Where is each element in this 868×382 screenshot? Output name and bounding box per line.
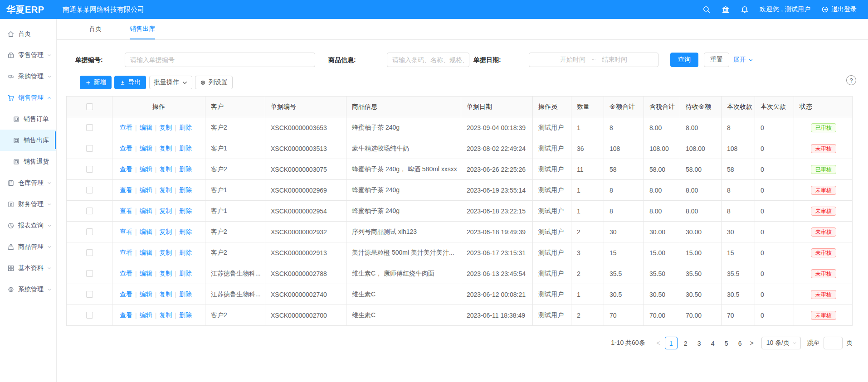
row-action-复制[interactable]: 复制 — [159, 124, 172, 132]
logout-button[interactable]: 退出登录 — [821, 5, 857, 14]
search-button[interactable]: 查询 — [670, 53, 698, 67]
column-header: 本次收款 — [722, 97, 755, 117]
row-action-删除[interactable]: 删除 — [179, 124, 192, 132]
row-action-删除[interactable]: 删除 — [179, 165, 192, 174]
row-action-编辑[interactable]: 编辑 — [140, 311, 152, 319]
row-checkbox[interactable] — [86, 124, 93, 131]
row-checkbox[interactable] — [86, 291, 93, 298]
sidebar-item-sales-outbound[interactable]: 销售出库 — [0, 130, 56, 151]
column-settings-button[interactable]: 列设置 — [195, 76, 233, 89]
bell-icon[interactable] — [741, 5, 749, 14]
row-action-查看[interactable]: 查看 — [120, 311, 132, 319]
row-checkbox[interactable] — [86, 249, 93, 256]
sidebar-item-retail[interactable]: 零售管理 — [0, 44, 56, 66]
sidebar-item-sales-return[interactable]: 销售退货 — [0, 151, 56, 172]
row-action-删除[interactable]: 删除 — [179, 311, 192, 319]
row-action-删除[interactable]: 删除 — [179, 249, 192, 257]
row-action-编辑[interactable]: 编辑 — [140, 165, 152, 174]
row-checkbox[interactable] — [86, 208, 93, 214]
row-action-复制[interactable]: 复制 — [159, 311, 172, 319]
page-number-6[interactable]: 6 — [735, 337, 746, 349]
money-icon — [7, 201, 15, 208]
sidebar-item-sales[interactable]: 销售管理 — [0, 87, 56, 108]
page-number-3[interactable]: 3 — [694, 337, 705, 349]
page-size-select[interactable]: 10 条/页 — [761, 337, 801, 349]
row-checkbox[interactable] — [86, 187, 93, 193]
row-action-查看[interactable]: 查看 — [120, 186, 132, 194]
product-info-input[interactable] — [387, 53, 469, 67]
table-cell: 测试用户 — [533, 222, 571, 242]
sidebar-item-purchase[interactable]: 采购管理 — [0, 66, 56, 87]
row-action-编辑[interactable]: 编辑 — [140, 249, 152, 257]
row-checkbox[interactable] — [86, 166, 93, 173]
tab-home[interactable]: 首页 — [89, 19, 102, 39]
row-action-复制[interactable]: 复制 — [159, 207, 172, 215]
row-action-查看[interactable]: 查看 — [120, 145, 132, 153]
row-checkbox[interactable] — [86, 228, 93, 235]
date-separator: ~ — [592, 56, 595, 63]
row-action-删除[interactable]: 删除 — [179, 186, 192, 194]
row-action-查看[interactable]: 查看 — [120, 249, 132, 257]
row-checkbox[interactable] — [86, 145, 93, 152]
row-action-编辑[interactable]: 编辑 — [140, 290, 152, 299]
row-action-复制[interactable]: 复制 — [159, 270, 172, 278]
add-button[interactable]: 新增 — [80, 76, 112, 89]
sidebar-item-basic-data[interactable]: 基本资料 — [0, 257, 56, 279]
search-icon[interactable] — [702, 5, 711, 14]
row-action-查看[interactable]: 查看 — [120, 165, 132, 174]
next-page-button[interactable]: > — [747, 339, 757, 347]
table-cell: 30.00 — [680, 222, 722, 242]
sidebar-item-reports[interactable]: 报表查询 — [0, 215, 56, 236]
row-action-复制[interactable]: 复制 — [159, 228, 172, 236]
select-all-checkbox[interactable] — [86, 103, 93, 110]
row-action-复制[interactable]: 复制 — [159, 249, 172, 257]
page-number-4[interactable]: 4 — [707, 337, 718, 349]
sidebar-item-sales-order[interactable]: 销售订单 — [0, 108, 56, 130]
batch-actions-button[interactable]: 批量操作 — [149, 76, 192, 89]
row-action-编辑[interactable]: 编辑 — [140, 207, 152, 215]
bill-no-input[interactable] — [125, 53, 315, 67]
row-checkbox[interactable] — [86, 312, 93, 319]
row-action-编辑[interactable]: 编辑 — [140, 124, 152, 132]
row-action-删除[interactable]: 删除 — [179, 290, 192, 299]
tab-sales-outbound[interactable]: 销售出库 — [130, 19, 155, 39]
date-range-input[interactable]: 开始时间 ~ 结束时间 — [529, 53, 658, 67]
reset-button[interactable]: 重置 — [704, 53, 729, 67]
row-checkbox[interactable] — [86, 270, 93, 277]
sidebar-item-products[interactable]: 商品管理 — [0, 236, 56, 257]
row-action-查看[interactable]: 查看 — [120, 270, 132, 278]
row-action-复制[interactable]: 复制 — [159, 186, 172, 194]
row-action-复制[interactable]: 复制 — [159, 290, 172, 299]
row-action-查看[interactable]: 查看 — [120, 207, 132, 215]
row-action-查看[interactable]: 查看 — [120, 124, 132, 132]
sidebar-item-system[interactable]: 系统管理 — [0, 279, 56, 300]
sidebar-item-label: 系统管理 — [18, 285, 44, 294]
row-action-编辑[interactable]: 编辑 — [140, 228, 152, 236]
row-action-编辑[interactable]: 编辑 — [140, 145, 152, 153]
row-action-删除[interactable]: 删除 — [179, 207, 192, 215]
row-action-删除[interactable]: 删除 — [179, 228, 192, 236]
sidebar-item-home[interactable]: 首页 — [0, 23, 56, 44]
page-number-1[interactable]: 1 — [665, 337, 678, 349]
row-action-编辑[interactable]: 编辑 — [140, 270, 152, 278]
prev-page-button[interactable]: < — [653, 339, 663, 347]
row-actions-cell: 查看|编辑|复制|删除 — [112, 222, 205, 242]
sidebar-item-finance[interactable]: 财务管理 — [0, 193, 56, 215]
status-cell: 未审核 — [794, 305, 853, 325]
row-action-查看[interactable]: 查看 — [120, 228, 132, 236]
page-number-5[interactable]: 5 — [721, 337, 732, 349]
export-button[interactable]: 导出 — [114, 76, 146, 89]
page-number-2[interactable]: 2 — [680, 337, 691, 349]
sidebar-item-warehouse[interactable]: 仓库管理 — [0, 172, 56, 193]
jump-to-input[interactable] — [824, 337, 843, 349]
row-action-复制[interactable]: 复制 — [159, 165, 172, 174]
row-action-查看[interactable]: 查看 — [120, 290, 132, 299]
row-action-删除[interactable]: 删除 — [179, 270, 192, 278]
status-cell: 未审核 — [794, 284, 853, 305]
row-action-编辑[interactable]: 编辑 — [140, 186, 152, 194]
help-button[interactable]: ? — [846, 75, 856, 85]
expand-link[interactable]: 展开 — [733, 53, 753, 67]
row-action-删除[interactable]: 删除 — [179, 145, 192, 153]
row-action-复制[interactable]: 复制 — [159, 145, 172, 153]
bank-icon[interactable] — [722, 5, 730, 14]
